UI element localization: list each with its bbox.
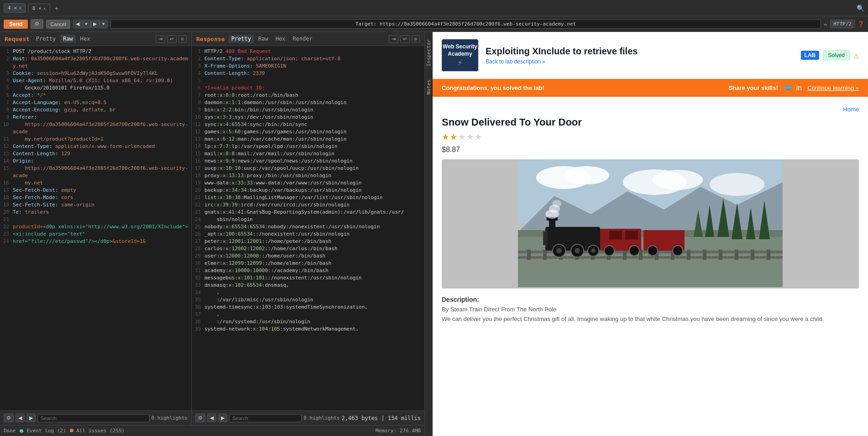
req-line-23: 23<xi:include parse="text" xyxy=(0,231,191,238)
lab-badge: LAB xyxy=(801,51,820,60)
resp-line-38: 38 :/run/systemd:/usr/sbin/nologin xyxy=(192,318,424,326)
request-code-area[interactable]: 1POST /product/stock HTTP/2 2Host: 0a350… xyxy=(0,46,191,410)
svg-point-4 xyxy=(653,170,703,190)
nav-forward-dropdown-button[interactable]: ▾ xyxy=(99,20,108,28)
req-line-13: 13Content-Length: 129 xyxy=(0,150,191,158)
done-label: Done xyxy=(4,428,16,434)
resp-line-33: 33dnsmasq:x:102:65534:dnsmasq, xyxy=(192,282,424,289)
all-issues-label[interactable]: All issues (255) xyxy=(70,428,125,434)
request-highlight-count: 0 highlights xyxy=(152,415,188,421)
cancel-button[interactable]: Cancel xyxy=(46,20,70,29)
resp-line-25: 25nobody:x:65534:65534:nobody:/nonexiste… xyxy=(192,223,424,231)
svg-rect-22 xyxy=(703,250,706,260)
request-search-next-button[interactable]: ▶ xyxy=(26,414,36,422)
response-highlight-count: 0 highlights xyxy=(303,415,340,421)
request-title: Request xyxy=(5,36,30,42)
response-code-area[interactable]: 1HTTP/2 400 Bad Request 2Content-Type: a… xyxy=(192,46,424,410)
req-line-4: 4User-Agent: Mozilla/5.0 (X11; Linux x86… xyxy=(0,77,191,84)
response-search-input[interactable] xyxy=(229,414,302,422)
edit-target-icon[interactable]: ✏ xyxy=(824,21,827,27)
req-line-11: 11 my.net/product?productId=1 xyxy=(0,136,191,143)
help-icon[interactable]: ❓ xyxy=(858,21,864,27)
tab-4-close[interactable]: ✕ xyxy=(19,5,21,11)
response-search-prev-button[interactable]: ◀ xyxy=(207,414,216,422)
resp-line-36: 36systemd-timesync:x:103:103:systemdTime… xyxy=(192,304,424,311)
req-line-9: 9Referer: xyxy=(0,114,191,121)
request-tab-raw[interactable]: Raw xyxy=(60,35,76,43)
response-tab-render[interactable]: Render xyxy=(290,35,315,43)
main-area: Request Pretty Raw Hex ⇥ ↵ ≡ 1POST /prod… xyxy=(0,32,868,436)
home-link[interactable]: Home xyxy=(442,106,859,113)
resp-line-17: 17uucp:x:10:10:uucp:/var/spool/uucp:/usr… xyxy=(192,165,424,172)
response-search-next-button[interactable]: ▶ xyxy=(218,414,227,422)
event-log-label[interactable]: Event log (2) xyxy=(27,428,66,434)
resp-line-4: 4Content-Length: 2339 xyxy=(192,70,424,77)
response-tab-raw[interactable]: Raw xyxy=(256,35,271,43)
req-line-5: 5 Gecko/20100101 Firefox/115.0 xyxy=(0,84,191,92)
resp-line-32: 32messagebus:x:101:101::/nonexistent:/us… xyxy=(192,274,424,282)
resp-line-39: 39systemd-network:x:104:105:systemdNetwo… xyxy=(192,326,424,333)
product-image xyxy=(442,159,859,289)
burp-panel: Request Pretty Raw Hex ⇥ ↵ ≡ 1POST /prod… xyxy=(0,32,424,436)
request-search-input[interactable] xyxy=(37,414,150,422)
resp-line-23: 23gnats:x:41:41:GnatsBug-ReportingSystem… xyxy=(192,209,424,216)
request-tab-pretty[interactable]: Pretty xyxy=(33,35,58,43)
req-line-1: 1POST /product/stock HTTP/2 xyxy=(0,48,191,55)
add-tab-button[interactable]: + xyxy=(53,5,60,12)
tab-4[interactable]: 4 × ✕ xyxy=(4,3,26,13)
response-tool-wrap[interactable]: ⇥ xyxy=(389,35,398,43)
resp-line-31: 31academy:x:10000:10000::/academy:/bin/b… xyxy=(192,267,424,274)
resp-line-30: 30elmer:x:12099:12099::/home/elmer:/bin/… xyxy=(192,260,424,267)
request-search-settings-button[interactable]: ⚙ xyxy=(4,414,14,422)
wsa-header: Web SecurityAcademy ⚡ Exploiting XInclud… xyxy=(433,32,868,79)
inspector-label[interactable]: Inspector xyxy=(426,36,432,70)
response-tool-newline[interactable]: ↵ xyxy=(400,35,410,43)
nav-dropdown-button[interactable]: ▾ xyxy=(82,20,90,28)
send-button[interactable]: Send xyxy=(4,20,28,29)
req-line-20: 20Te: trailers xyxy=(0,209,191,216)
nav-back-button[interactable]: ◀ xyxy=(73,20,82,28)
request-tool-newline[interactable]: ↵ xyxy=(167,35,177,43)
wsa-back-link[interactable]: Back to lab description » xyxy=(486,58,794,65)
request-panel-header: Request Pretty Raw Hex ⇥ ↵ ≡ xyxy=(0,32,191,46)
twitter-share-icon[interactable]: 🐦 xyxy=(784,84,793,92)
warning-icon[interactable]: ⚠ xyxy=(853,50,859,61)
response-search-bar: ⚙ ◀ ▶ 0 highlights 2,463 bytes | 134 mil… xyxy=(192,410,424,425)
description-text: We can deliver you the perfect Christmas… xyxy=(442,315,859,324)
nav-forward-button[interactable]: ▶ xyxy=(90,20,99,28)
resp-line-8: 8daemon:x:1:1:daemon:/usr/sbin:/usr/sbin… xyxy=(192,99,424,106)
req-line-22: 22productId=<d0p xmlns:xi="http://www.w3… xyxy=(0,223,191,231)
notes-label[interactable]: Notes xyxy=(426,76,432,98)
nav-buttons: ◀ ▾ ▶ ▾ xyxy=(73,20,108,28)
solved-badge: Solved xyxy=(823,50,850,60)
memory-label: Memory: 276.4MB xyxy=(376,428,421,434)
resp-line-5: 5 xyxy=(192,77,424,84)
settings-button[interactable]: ⚙ xyxy=(31,19,43,29)
http-version-selector[interactable]: HTTP/2 xyxy=(830,20,855,28)
request-search-prev-button[interactable]: ◀ xyxy=(16,414,25,422)
star-2: ★ xyxy=(450,132,457,142)
tab-8[interactable]: 8 × ✕ xyxy=(28,4,50,13)
request-tab-hex[interactable]: Hex xyxy=(78,35,93,43)
global-search-button[interactable]: 🔍 xyxy=(857,5,864,12)
response-tab-pretty[interactable]: Pretty xyxy=(229,35,254,43)
request-tool-menu[interactable]: ≡ xyxy=(178,35,187,42)
main-toolbar: Send ⚙ Cancel ◀ ▾ ▶ ▾ Target: https://0a… xyxy=(0,16,868,32)
resp-line-9: 9bin:x:2:2:bin:/bin:/usr/sbin/nologin xyxy=(192,106,424,114)
wsa-content[interactable]: Home Snow Delivered To Your Door ★ ★ ★ ★… xyxy=(433,97,868,436)
share-icons: 🐦 in xyxy=(784,84,802,92)
response-panel-header: Response Pretty Raw Hex Render ⇥ ↵ ≡ xyxy=(192,32,424,46)
request-tool-wrap[interactable]: ⇥ xyxy=(156,35,165,43)
response-panel: Response Pretty Raw Hex Render ⇥ ↵ ≡ 1HT… xyxy=(192,32,424,425)
response-tool-menu[interactable]: ≡ xyxy=(412,35,420,42)
resp-line-12: 12games:x:5:60:games:/usr/games:/usr/sbi… xyxy=(192,128,424,136)
response-tab-hex[interactable]: Hex xyxy=(273,35,288,43)
continue-learning-button[interactable]: Continue learning » xyxy=(807,84,859,91)
tab-8-close[interactable]: ✕ xyxy=(43,6,46,11)
wsa-title-area: Exploiting XInclude to retrieve files Ba… xyxy=(486,46,794,65)
req-line-17: 17Sec-Fetch-Dest: empty xyxy=(0,187,191,194)
req-line-14: 14Origin: xyxy=(0,158,191,165)
response-search-settings-button[interactable]: ⚙ xyxy=(195,414,205,422)
resp-line-27: 27peter:x:12001:12001::/home/peter:/bin/… xyxy=(192,238,424,245)
linkedin-share-icon[interactable]: in xyxy=(796,84,802,92)
